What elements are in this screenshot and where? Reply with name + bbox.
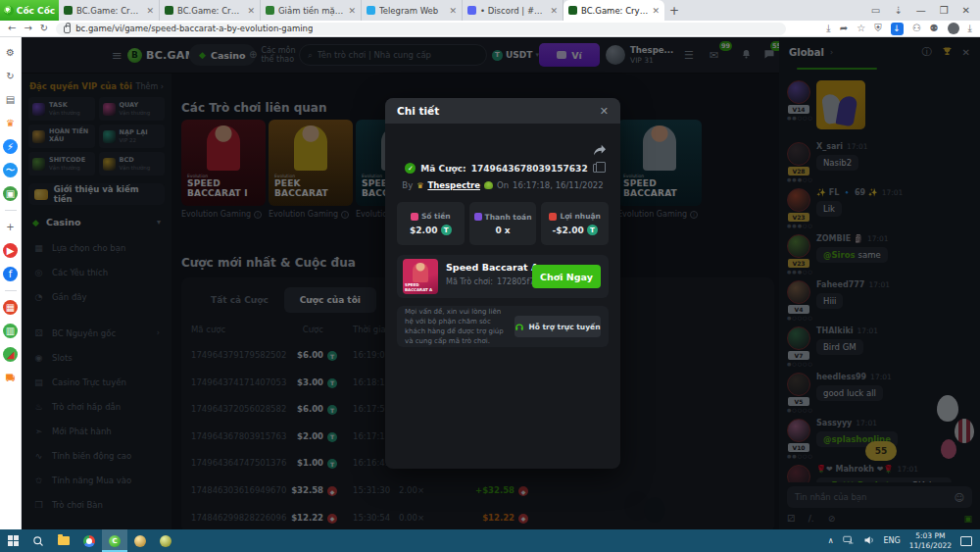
chat-username[interactable]: heedless9917:01 bbox=[816, 373, 972, 381]
forward-icon[interactable]: → bbox=[24, 24, 31, 33]
modal-close-icon[interactable]: ✕ bbox=[600, 105, 609, 118]
sidebar-item-for-you[interactable]: ▦Lựa chọn cho bạn bbox=[28, 235, 165, 260]
vip-card[interactable]: NẠP LẠIVIP 22 bbox=[99, 125, 166, 148]
chat-mention[interactable]: @Siros bbox=[823, 250, 858, 260]
facebook-icon[interactable]: f bbox=[3, 267, 18, 281]
vip-crown-icon[interactable]: ♛ bbox=[3, 116, 18, 130]
bell-icon[interactable] bbox=[741, 48, 752, 63]
sidebar-item-slots[interactable]: ◉Slots bbox=[28, 345, 165, 370]
sidebar-item-table-games[interactable]: ❒Trò chơi Bàn bbox=[28, 492, 165, 517]
app-icon-2[interactable] bbox=[153, 529, 178, 552]
trophy-icon[interactable] bbox=[942, 46, 953, 59]
vip-more-link[interactable]: Thêm › bbox=[136, 82, 164, 91]
tray-expand-icon[interactable]: ∧ bbox=[828, 536, 834, 545]
download-manager-icon[interactable]: ↓ bbox=[891, 23, 904, 35]
player-name[interactable]: Thespectre bbox=[427, 180, 480, 190]
sidebar-item-hot-games[interactable]: ♨Trò chơi hấp dẫn bbox=[28, 394, 165, 419]
chat-channel-label[interactable]: Global bbox=[789, 47, 824, 58]
currency-selector[interactable]: T USDT ▾ bbox=[492, 50, 539, 61]
hamburger-icon[interactable]: ≡ bbox=[112, 48, 122, 63]
browser-tab[interactable]: BC.Game: Crypto Casino Gan✕ bbox=[160, 0, 261, 21]
chat-rules-icon[interactable]: ⊘ bbox=[828, 514, 836, 524]
chat-message-input[interactable]: Tin nhắn của bạn ☺ bbox=[787, 486, 972, 508]
file-explorer-icon[interactable] bbox=[51, 529, 76, 552]
share-bet-icon[interactable] bbox=[593, 141, 607, 160]
reading-list-icon[interactable]: ▤ bbox=[3, 92, 18, 107]
green-app-icon[interactable]: ▥ bbox=[3, 324, 18, 338]
tray-clock[interactable]: 5:03 PM11/16/2022 bbox=[909, 531, 952, 550]
action-center-icon[interactable] bbox=[960, 536, 972, 546]
tab-close-icon[interactable]: ✕ bbox=[449, 6, 457, 16]
blue-app-icon[interactable]: 〜 bbox=[3, 163, 18, 177]
sidebar-item-feature-buyin[interactable]: ✩Tính năng Mua vào bbox=[28, 468, 165, 492]
chat-username[interactable]: 🌹❤ Mahrokh ❤🌹17:01 bbox=[816, 465, 972, 474]
sidebar-item-new-releases[interactable]: ➣Mới Phát hành bbox=[28, 419, 165, 443]
bets-tab[interactable]: Tất cả Cược bbox=[195, 287, 284, 313]
vip-card[interactable]: BCDVận thưởng bbox=[99, 152, 166, 176]
tab-close-icon[interactable]: ✕ bbox=[652, 6, 660, 16]
live-support-button[interactable]: Hỗ trợ trực tuyến bbox=[514, 316, 601, 337]
settings-icon[interactable]: ⚙ bbox=[3, 45, 18, 60]
browser-tab[interactable]: Telegram Web✕ bbox=[362, 0, 463, 21]
tab-close-icon[interactable]: ✕ bbox=[146, 6, 154, 16]
bookmark-star-icon[interactable]: ☆ bbox=[857, 24, 865, 33]
sidebar-item-live-casino[interactable]: ▤Casino Trực tuyến bbox=[28, 370, 165, 394]
info-icon[interactable]: ⓘ bbox=[922, 45, 932, 59]
coccoc-menu-button[interactable]: Cốc Cốc bbox=[0, 0, 59, 21]
tray-language[interactable]: ENG bbox=[884, 536, 901, 545]
maximize-button[interactable]: ❐ bbox=[940, 5, 949, 16]
emoji-icon[interactable]: ☺ bbox=[955, 492, 964, 503]
game-search-input[interactable]: ⌕ Tên trò chơi | Nhà cung cấp bbox=[299, 44, 487, 66]
sidebar-section-casino[interactable]: ◆ Casino ▾ bbox=[28, 217, 165, 227]
quick-menu-icon[interactable]: ☰ bbox=[684, 49, 694, 62]
add-shortcut-icon[interactable]: + bbox=[3, 220, 18, 234]
browser-tab[interactable]: Giảm tiền mặt theo tiền hóa✕ bbox=[261, 0, 362, 21]
chat-username[interactable]: Faheed77717:01 bbox=[816, 280, 972, 289]
extensions-icon[interactable]: ⚇ bbox=[912, 24, 921, 33]
browser-tab[interactable]: BC.Game: Crypto Casino Gan✕ bbox=[564, 0, 664, 21]
new-tab-button[interactable]: + bbox=[664, 4, 684, 18]
chat-username[interactable]: ✨ FL 🔹 69 ✨17:01 bbox=[816, 188, 972, 197]
cart-icon[interactable]: ⛟ bbox=[3, 371, 18, 385]
tab-close-icon[interactable]: ✕ bbox=[550, 6, 558, 16]
share-icon[interactable]: ➦ bbox=[840, 24, 848, 33]
chat-mention[interactable]: @Futtt Bucket bbox=[823, 480, 893, 482]
sidebar-item-recent[interactable]: ◔Gần đây bbox=[28, 284, 165, 309]
chat-username[interactable]: THAIkiki17:01 bbox=[816, 326, 972, 335]
chat-command-icon[interactable]: /. bbox=[808, 514, 814, 524]
vip-card[interactable]: HOÀN TIỀN XẤU bbox=[28, 125, 95, 148]
game-card[interactable]: EvolutionSPEED BACCARAT I bbox=[181, 120, 266, 206]
games-icon[interactable]: ▣ bbox=[3, 186, 18, 201]
browser-avatar[interactable] bbox=[948, 23, 959, 34]
vip-card[interactable]: QUAYVận thưởng bbox=[99, 97, 166, 121]
chat-username[interactable]: ZOMBIE 🗿17:01 bbox=[816, 234, 972, 243]
close-button[interactable]: ✕ bbox=[962, 5, 970, 16]
address-bar[interactable]: bc.game/vi/game/speed-baccarat-a-by-evol… bbox=[56, 23, 786, 35]
chat-dice-icon[interactable]: ⚂ bbox=[787, 514, 795, 524]
chrome-icon[interactable] bbox=[76, 529, 102, 552]
coccoc-taskbar-icon[interactable]: C bbox=[102, 529, 127, 552]
tab-casino[interactable]: ◆ Casino bbox=[189, 44, 256, 66]
adblock-shield-icon[interactable]: ⛨ bbox=[874, 24, 882, 33]
browser-tab[interactable]: • Discord | #🏆show-off-you✕ bbox=[463, 0, 564, 21]
tray-volume-icon[interactable] bbox=[863, 535, 875, 547]
mail-icon[interactable]: ✉ bbox=[710, 49, 718, 62]
game-card[interactable]: EvolutionSPEED BACCARAT bbox=[617, 120, 702, 206]
back-icon[interactable]: ← bbox=[8, 24, 16, 33]
taskbar-search-icon[interactable] bbox=[25, 529, 51, 552]
tab-close-icon[interactable]: ✕ bbox=[247, 6, 255, 16]
vip-card[interactable]: TASKVận thưởng bbox=[28, 97, 95, 121]
user-profile[interactable]: Thespe... VIP 31 bbox=[606, 45, 673, 65]
game-card[interactable]: EvolutionPEEK BACCARAT bbox=[269, 120, 353, 206]
tray-network-icon[interactable] bbox=[843, 535, 855, 547]
tab-search-icon[interactable]: ⇣ bbox=[894, 6, 902, 16]
chat-username[interactable]: X_sari17:01 bbox=[816, 142, 972, 151]
downloads-icon[interactable]: ⤓ bbox=[968, 24, 972, 33]
red-app-icon[interactable]: ▦ bbox=[3, 300, 18, 315]
copy-icon[interactable] bbox=[593, 164, 601, 173]
profile-icon[interactable]: ⚉ bbox=[930, 24, 939, 33]
sidebar-item-volatility[interactable]: ∿Tính biến động cao bbox=[28, 443, 165, 468]
app-icon-1[interactable] bbox=[127, 529, 153, 552]
sidebar-item-bc-originals[interactable]: ⚄BC Nguyên gốc› bbox=[28, 321, 165, 345]
save-page-icon[interactable]: ⤓ bbox=[826, 24, 830, 33]
